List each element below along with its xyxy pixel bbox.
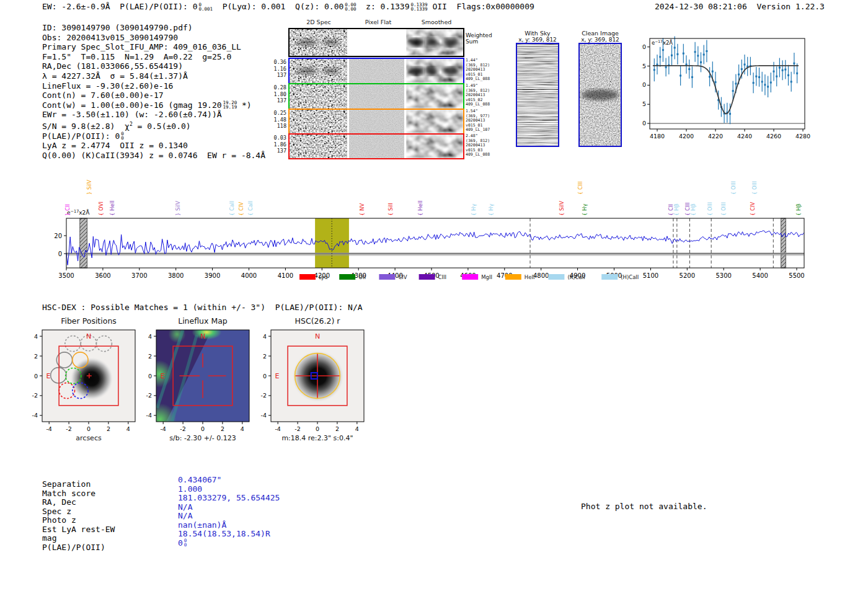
match-row-value-3: N/A: [178, 503, 280, 512]
line-label-OVI: { OVI: [98, 202, 104, 216]
info-line-0: ID: 3090149790 (3090149790.pdf): [42, 23, 265, 33]
spec2d-weighted-sum-label: WeightedSum: [466, 32, 492, 45]
with-sky-title: With Sky: [503, 30, 572, 37]
cutout-fiber-positions-title: Fiber Positions: [61, 316, 117, 326]
svg-text:e−17x2Å: e−17x2Å: [652, 39, 673, 46]
svg-text:-4: -4: [275, 425, 280, 432]
svg-text:0: 0: [263, 373, 267, 380]
svg-text:-2: -2: [261, 392, 267, 399]
header-metrics: EW: -2.6±-0.9Å P(LAE)/P(OII): 000.001 P(…: [42, 2, 534, 12]
svg-text:E: E: [161, 372, 165, 380]
svg-text:5300: 5300: [715, 272, 731, 279]
pixelflat-image: [349, 29, 404, 56]
svg-text:CIV: CIV: [398, 274, 407, 280]
line-label-Hβ: { Hβ: [795, 203, 802, 216]
match-row-value-4: N/A: [178, 512, 280, 521]
line-label-OIII: { OIII: [707, 202, 713, 216]
clean-image-coords: x, y: 369, 812: [566, 37, 634, 43]
svg-text:20: 20: [642, 43, 646, 50]
info-line-7: Cont(n) = 7.60(±0.00)e-17: [42, 91, 265, 100]
info-line-5: λ = 4227.32Å σ = 5.84(±1.37)Å: [42, 71, 265, 81]
spec2d-row-1-id: 1.44"(369, 812)20200413v015_01409_LL_088: [466, 58, 503, 82]
pixelflat-image: [349, 135, 404, 158]
info-line-2: Primary Spec_Slot_IFU_AMP: 409_016_036_L…: [42, 42, 265, 52]
cutout-lineflux-map: NE-4-4-2-2002244Lineflux Maps/b: -2.30 +…: [144, 316, 249, 442]
report-datetime: 2024-12-30 08:21:06: [655, 2, 747, 11]
svg-text:4100: 4100: [278, 272, 293, 279]
svg-text:-4: -4: [46, 425, 51, 432]
smoothed-image: [406, 135, 463, 158]
line-label-Hγ: { Hγ: [582, 203, 588, 216]
match-row-label-1: Match score: [42, 489, 115, 499]
spec2d-row-2: [288, 83, 464, 110]
svg-text:-4: -4: [261, 412, 267, 419]
line-label-SiIV: } SiIV: [175, 201, 181, 216]
match-row-label-3: Spec z: [42, 507, 115, 517]
line-label-NV: { NV: [359, 203, 365, 216]
spec2d-row-1-stats: 0.361.16137: [268, 59, 286, 79]
svg-text:-2: -2: [32, 392, 38, 399]
line-label-HeII: { HeII: [109, 200, 115, 216]
match-row-value-2: 181.033279, 55.654425: [178, 494, 280, 503]
cutout-hsc-r: NE-4-4-2-2002244HSC(26.2) rm:18.4 re:2.3…: [261, 316, 364, 442]
spec2d-col-title-smoothed: Smoothed: [407, 19, 466, 25]
svg-text:0: 0: [642, 120, 646, 127]
cutout-panels: NE-4-4-2-2002244Fiber PositionsarcsecsNE…: [19, 316, 391, 447]
svg-text:-2: -2: [294, 425, 300, 432]
spec2d-image: [290, 29, 347, 56]
info-line-1: Obs: 20200413v015_3090149790: [42, 33, 265, 43]
pixelflat-image: [349, 110, 404, 133]
info-line-4: RA,Dec (181.033066,55.654419): [42, 61, 265, 71]
spec2d-image: [290, 110, 347, 133]
svg-text:2: 2: [148, 353, 152, 360]
svg-text:-4: -4: [160, 425, 166, 432]
svg-text:10: 10: [642, 81, 646, 88]
match-row-label-7: P(LAE)/P(OII): [42, 543, 115, 553]
full-spectrum-chart: 3500360037003800390040004100420043004400…: [0, 166, 868, 293]
svg-text:4: 4: [34, 333, 38, 340]
svg-text:0: 0: [87, 425, 91, 432]
line-label-CIV: { CIV: [750, 202, 756, 216]
line-label-Hβ: { Hβ: [690, 203, 696, 216]
line-label-CII: } CII: [64, 204, 71, 216]
spec2d-row-0: [288, 28, 464, 57]
info-block: ID: 3090149790 (3090149790.pdf)Obs: 2020…: [42, 23, 265, 161]
match-row-label-2: RA, Dec: [42, 498, 115, 507]
svg-text:-2: -2: [180, 425, 185, 432]
info-line-9: EWr = -3.50(±1.10) (w: -2.60(±0.74))Å: [42, 110, 265, 120]
svg-text:HeII: HeII: [525, 274, 535, 280]
header-datetime-version: 2024-12-30 08:21:06 Version 1.22.3: [655, 2, 825, 11]
svg-text:4220: 4220: [708, 133, 723, 140]
cutout-lineflux-map-title: Lineflux Map: [178, 316, 228, 326]
svg-text:5100: 5100: [643, 272, 658, 279]
svg-text:2: 2: [335, 425, 339, 432]
clean-image-title: Clean Image: [566, 30, 634, 37]
svg-text:4000: 4000: [241, 272, 257, 279]
line-label-OIII: { OIII: [730, 181, 737, 195]
inset-spectrum-chart: 41804200422042404260428005101520e−17x2Å: [642, 31, 834, 149]
svg-text:4: 4: [263, 333, 267, 340]
line-label-HeII: { HeII: [417, 200, 423, 216]
line-label-CIII: { CIII: [577, 181, 583, 195]
info-line-8: Cont(w) = 1.00(±0.00)e-16 (gmag 19.2019.…: [42, 100, 265, 110]
pixelflat-image: [349, 59, 404, 83]
cutout-hsc-r-title: HSC(26.2) r: [295, 316, 341, 326]
svg-text:5400: 5400: [752, 272, 768, 279]
line-label-CaII: { CaII: [229, 201, 235, 216]
svg-text:3500: 3500: [58, 272, 74, 279]
spec2d-image: [290, 135, 347, 158]
line-label-CIV: { CIV: [238, 202, 244, 216]
svg-text:3600: 3600: [95, 272, 110, 279]
match-table-values: 0.434067"1.000181.033279, 55.654425N/AN/…: [178, 476, 280, 548]
spec2d-row-3-id: 1.54"(369, 977)20200413v015_01409_LL_107: [466, 109, 503, 133]
svg-text:4: 4: [241, 425, 244, 432]
spec2d-row-4: [288, 133, 464, 159]
spec2d-row-2-id: 1.49"(369, 812)20200413v015_02409_LL_088: [466, 84, 503, 107]
with-sky-coords: x, y: 369, 812: [503, 37, 572, 43]
svg-text:4: 4: [126, 425, 130, 432]
info-line-8-range: 19.2019.19: [223, 100, 237, 109]
svg-text:4: 4: [148, 333, 152, 340]
line-label-SiII: { SiII: [388, 203, 394, 216]
svg-text:N: N: [200, 332, 205, 340]
match-row-label-6: mag: [42, 534, 115, 543]
